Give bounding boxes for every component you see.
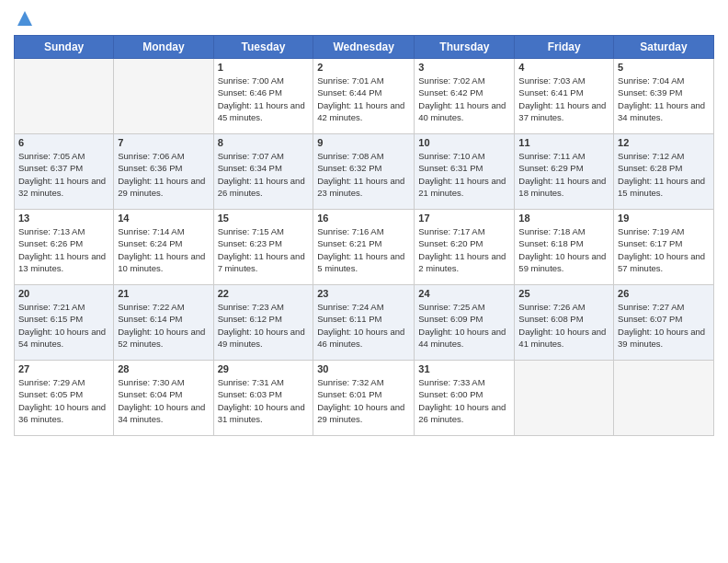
day-number: 7 xyxy=(118,137,209,148)
day-number: 12 xyxy=(618,137,710,148)
day-number: 20 xyxy=(18,288,109,299)
calendar-table: SundayMondayTuesdayWednesdayThursdayFrid… xyxy=(14,35,714,436)
day-number: 4 xyxy=(518,62,609,73)
day-info: Sunrise: 7:04 AMSunset: 6:39 PMDaylight:… xyxy=(618,75,710,123)
day-number: 13 xyxy=(18,213,109,224)
calendar-cell: 3Sunrise: 7:02 AMSunset: 6:42 PMDaylight… xyxy=(415,59,515,134)
day-info: Sunrise: 7:11 AMSunset: 6:29 PMDaylight:… xyxy=(518,150,609,199)
day-number: 26 xyxy=(618,288,710,299)
day-number: 31 xyxy=(418,363,510,374)
week-row-1: 1Sunrise: 7:00 AMSunset: 6:46 PMDaylight… xyxy=(15,59,714,134)
day-number: 23 xyxy=(317,288,410,299)
day-info: Sunrise: 7:03 AMSunset: 6:41 PMDaylight:… xyxy=(518,75,609,123)
weekday-header-thursday: Thursday xyxy=(415,36,515,59)
calendar-cell: 6Sunrise: 7:05 AMSunset: 6:37 PMDaylight… xyxy=(15,134,114,210)
day-number: 5 xyxy=(618,62,710,73)
day-info: Sunrise: 7:31 AMSunset: 6:03 PMDaylight:… xyxy=(218,376,310,425)
calendar-cell: 14Sunrise: 7:14 AMSunset: 6:24 PMDayligh… xyxy=(114,210,213,285)
calendar-cell: 27Sunrise: 7:29 AMSunset: 6:05 PMDayligh… xyxy=(15,361,114,436)
day-info: Sunrise: 7:10 AMSunset: 6:31 PMDaylight:… xyxy=(418,150,510,199)
calendar-cell: 12Sunrise: 7:12 AMSunset: 6:28 PMDayligh… xyxy=(614,134,714,210)
calendar-cell: 17Sunrise: 7:17 AMSunset: 6:20 PMDayligh… xyxy=(415,210,515,285)
calendar-cell: 21Sunrise: 7:22 AMSunset: 6:14 PMDayligh… xyxy=(114,285,213,361)
day-info: Sunrise: 7:00 AMSunset: 6:46 PMDaylight:… xyxy=(218,75,310,123)
day-info: Sunrise: 7:33 AMSunset: 6:00 PMDaylight:… xyxy=(418,376,510,425)
day-number: 14 xyxy=(118,213,209,224)
day-number: 9 xyxy=(317,137,410,148)
day-info: Sunrise: 7:19 AMSunset: 6:17 PMDaylight:… xyxy=(618,225,710,274)
day-number: 11 xyxy=(518,137,609,148)
calendar-cell: 11Sunrise: 7:11 AMSunset: 6:29 PMDayligh… xyxy=(515,134,614,210)
day-info: Sunrise: 7:05 AMSunset: 6:37 PMDaylight:… xyxy=(18,150,109,199)
weekday-header-sunday: Sunday xyxy=(15,36,114,59)
week-row-3: 13Sunrise: 7:13 AMSunset: 6:26 PMDayligh… xyxy=(15,210,714,285)
calendar-cell xyxy=(114,59,213,134)
day-info: Sunrise: 7:24 AMSunset: 6:11 PMDaylight:… xyxy=(317,301,410,350)
day-info: Sunrise: 7:25 AMSunset: 6:09 PMDaylight:… xyxy=(418,301,510,350)
day-info: Sunrise: 7:16 AMSunset: 6:21 PMDaylight:… xyxy=(317,225,410,274)
day-info: Sunrise: 7:26 AMSunset: 6:08 PMDaylight:… xyxy=(518,301,609,350)
day-number: 17 xyxy=(418,213,510,224)
day-number: 25 xyxy=(518,288,609,299)
calendar-cell: 2Sunrise: 7:01 AMSunset: 6:44 PMDaylight… xyxy=(313,59,415,134)
day-number: 15 xyxy=(218,213,310,224)
calendar-cell: 31Sunrise: 7:33 AMSunset: 6:00 PMDayligh… xyxy=(415,361,515,436)
day-info: Sunrise: 7:02 AMSunset: 6:42 PMDaylight:… xyxy=(418,75,510,123)
calendar-cell: 8Sunrise: 7:07 AMSunset: 6:34 PMDaylight… xyxy=(213,134,313,210)
day-info: Sunrise: 7:22 AMSunset: 6:14 PMDaylight:… xyxy=(118,301,209,350)
day-number: 8 xyxy=(218,137,310,148)
calendar-cell: 19Sunrise: 7:19 AMSunset: 6:17 PMDayligh… xyxy=(614,210,714,285)
logo-icon xyxy=(16,9,34,28)
weekday-header-monday: Monday xyxy=(114,36,213,59)
day-number: 24 xyxy=(418,288,510,299)
day-number: 30 xyxy=(317,363,410,374)
calendar-cell: 1Sunrise: 7:00 AMSunset: 6:46 PMDaylight… xyxy=(213,59,313,134)
weekday-header-wednesday: Wednesday xyxy=(313,36,415,59)
day-info: Sunrise: 7:23 AMSunset: 6:12 PMDaylight:… xyxy=(218,301,310,350)
calendar-cell: 18Sunrise: 7:18 AMSunset: 6:18 PMDayligh… xyxy=(515,210,614,285)
weekday-header-row: SundayMondayTuesdayWednesdayThursdayFrid… xyxy=(15,36,714,59)
day-number: 16 xyxy=(317,213,410,224)
day-info: Sunrise: 7:32 AMSunset: 6:01 PMDaylight:… xyxy=(317,376,410,425)
calendar-cell: 29Sunrise: 7:31 AMSunset: 6:03 PMDayligh… xyxy=(213,361,313,436)
week-row-4: 20Sunrise: 7:21 AMSunset: 6:15 PMDayligh… xyxy=(15,285,714,361)
day-number: 22 xyxy=(218,288,310,299)
day-info: Sunrise: 7:27 AMSunset: 6:07 PMDaylight:… xyxy=(618,301,710,350)
day-number: 19 xyxy=(618,213,710,224)
weekday-header-tuesday: Tuesday xyxy=(213,36,313,59)
day-info: Sunrise: 7:01 AMSunset: 6:44 PMDaylight:… xyxy=(317,75,410,123)
day-info: Sunrise: 7:14 AMSunset: 6:24 PMDaylight:… xyxy=(118,225,209,274)
day-info: Sunrise: 7:06 AMSunset: 6:36 PMDaylight:… xyxy=(118,150,209,199)
calendar-cell: 9Sunrise: 7:08 AMSunset: 6:32 PMDaylight… xyxy=(313,134,415,210)
calendar-cell: 15Sunrise: 7:15 AMSunset: 6:23 PMDayligh… xyxy=(213,210,313,285)
day-info: Sunrise: 7:18 AMSunset: 6:18 PMDaylight:… xyxy=(518,225,609,274)
page: SundayMondayTuesdayWednesdayThursdayFrid… xyxy=(0,0,728,563)
calendar-cell: 4Sunrise: 7:03 AMSunset: 6:41 PMDaylight… xyxy=(515,59,614,134)
day-number: 28 xyxy=(118,363,209,374)
day-info: Sunrise: 7:08 AMSunset: 6:32 PMDaylight:… xyxy=(317,150,410,199)
calendar-cell: 10Sunrise: 7:10 AMSunset: 6:31 PMDayligh… xyxy=(415,134,515,210)
day-info: Sunrise: 7:29 AMSunset: 6:05 PMDaylight:… xyxy=(18,376,109,425)
week-row-5: 27Sunrise: 7:29 AMSunset: 6:05 PMDayligh… xyxy=(15,361,714,436)
day-number: 18 xyxy=(518,213,609,224)
day-info: Sunrise: 7:13 AMSunset: 6:26 PMDaylight:… xyxy=(18,225,109,274)
calendar-cell: 30Sunrise: 7:32 AMSunset: 6:01 PMDayligh… xyxy=(313,361,415,436)
day-number: 27 xyxy=(18,363,109,374)
header xyxy=(14,9,714,28)
day-info: Sunrise: 7:21 AMSunset: 6:15 PMDaylight:… xyxy=(18,301,109,350)
day-info: Sunrise: 7:12 AMSunset: 6:28 PMDaylight:… xyxy=(618,150,710,199)
calendar-cell xyxy=(15,59,114,134)
day-info: Sunrise: 7:07 AMSunset: 6:34 PMDaylight:… xyxy=(218,150,310,199)
calendar-cell: 20Sunrise: 7:21 AMSunset: 6:15 PMDayligh… xyxy=(15,285,114,361)
day-info: Sunrise: 7:30 AMSunset: 6:04 PMDaylight:… xyxy=(118,376,209,425)
day-info: Sunrise: 7:15 AMSunset: 6:23 PMDaylight:… xyxy=(218,225,310,274)
day-number: 2 xyxy=(317,62,410,73)
weekday-header-friday: Friday xyxy=(515,36,614,59)
calendar-cell: 22Sunrise: 7:23 AMSunset: 6:12 PMDayligh… xyxy=(213,285,313,361)
day-number: 6 xyxy=(18,137,109,148)
svg-marker-0 xyxy=(17,11,32,26)
calendar-cell xyxy=(515,361,614,436)
logo xyxy=(14,9,34,28)
calendar-cell: 25Sunrise: 7:26 AMSunset: 6:08 PMDayligh… xyxy=(515,285,614,361)
day-number: 10 xyxy=(418,137,510,148)
